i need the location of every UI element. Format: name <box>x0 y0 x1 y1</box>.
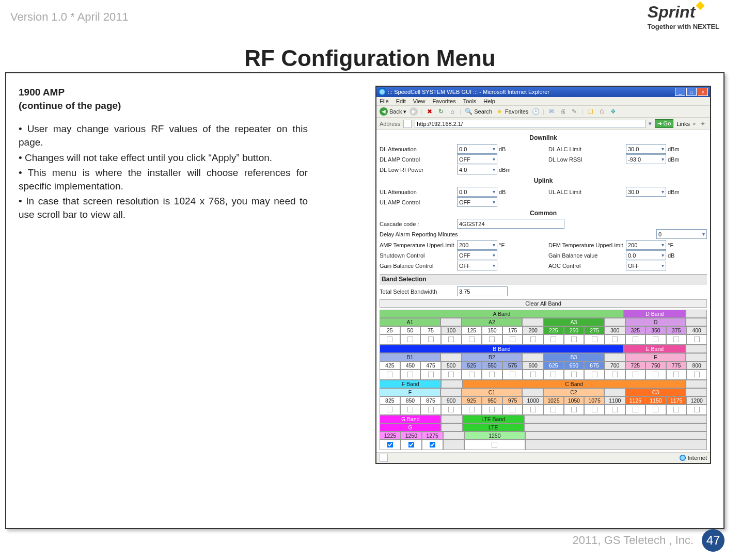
menu-tools[interactable]: Tools <box>463 98 477 104</box>
dl-low-select[interactable]: 4.0 <box>457 165 497 174</box>
band-checkbox[interactable] <box>653 337 659 343</box>
go-button[interactable]: ➜ Go <box>655 119 674 128</box>
search-button[interactable]: 🔍Search <box>464 107 492 116</box>
g-band-header[interactable]: G Band <box>380 415 441 423</box>
band-checkbox[interactable] <box>448 372 454 378</box>
a1-label[interactable]: A1 <box>380 318 440 326</box>
band-checkbox[interactable] <box>571 372 577 378</box>
shut-select[interactable]: OFF <box>457 250 497 260</box>
ck-g-3[interactable] <box>429 442 435 448</box>
forward-button[interactable]: ► <box>410 107 418 116</box>
band-checkbox[interactable] <box>653 407 659 413</box>
ul-att-select[interactable]: 0.0 <box>457 187 497 197</box>
b-band-header[interactable]: B Band <box>380 345 624 353</box>
url-input[interactable] <box>415 120 645 128</box>
a3-label[interactable]: A3 <box>543 318 604 326</box>
ck-g-1[interactable] <box>387 442 393 448</box>
band-checkbox[interactable] <box>591 407 597 413</box>
maximize-button[interactable]: □ <box>686 88 697 96</box>
band-checkbox[interactable] <box>489 407 495 413</box>
d-band-header[interactable]: D Band <box>624 310 686 318</box>
band-checkbox[interactable] <box>571 337 577 343</box>
e-band-header[interactable]: E Band <box>624 345 686 353</box>
dl-rssi-select[interactable]: -93.0 <box>626 154 666 164</box>
band-checkbox[interactable] <box>591 337 597 343</box>
band-checkbox[interactable] <box>387 337 393 343</box>
aoc-select[interactable]: OFF <box>626 261 666 270</box>
a2-label[interactable]: A2 <box>462 318 523 326</box>
band-checkbox[interactable] <box>530 407 536 413</box>
band-checkbox[interactable] <box>632 372 638 378</box>
dl-amp-select[interactable]: OFF <box>457 154 497 164</box>
band-checkbox[interactable] <box>530 337 536 343</box>
delay-select[interactable]: 0 <box>656 229 707 239</box>
lte-label[interactable]: LTE <box>463 423 524 431</box>
band-checkbox[interactable] <box>489 372 495 378</box>
band-checkbox[interactable] <box>612 337 618 343</box>
band-checkbox[interactable] <box>407 407 414 413</box>
band-checkbox[interactable] <box>673 407 680 413</box>
ul-alc-select[interactable]: 30.0 <box>626 187 666 197</box>
dfmT-select[interactable]: 200 <box>626 240 666 250</box>
c1-label[interactable]: C1 <box>462 388 523 396</box>
a-band-header[interactable]: A Band <box>380 310 624 318</box>
b1-label[interactable]: B1 <box>380 353 440 361</box>
menu-edit[interactable]: Edit <box>396 98 406 104</box>
band-checkbox[interactable] <box>387 372 393 378</box>
menu-favorites[interactable]: Favorites <box>432 98 455 104</box>
close-button[interactable]: × <box>698 88 708 96</box>
menu-file[interactable]: File <box>380 98 389 104</box>
band-checkbox[interactable] <box>448 337 454 343</box>
refresh-button[interactable]: ↻ <box>437 107 445 116</box>
band-checkbox[interactable] <box>653 372 659 378</box>
mail-button[interactable]: ✉ <box>547 107 556 116</box>
lte-band-header[interactable]: LTE Band <box>463 415 524 423</box>
band-checkbox[interactable] <box>694 372 700 378</box>
back-button[interactable]: ◄Back ▾ <box>380 107 406 116</box>
band-checkbox[interactable] <box>550 372 557 378</box>
url-dropdown-icon[interactable]: ▾ <box>649 120 652 127</box>
band-checkbox[interactable] <box>428 337 434 343</box>
menu-help[interactable]: Help <box>483 98 495 104</box>
band-checkbox[interactable] <box>612 407 618 413</box>
links-label[interactable]: Links <box>676 121 690 127</box>
c2-label[interactable]: C2 <box>543 388 604 396</box>
band-checkbox[interactable] <box>428 372 434 378</box>
print-button[interactable]: 🖨 <box>559 107 567 116</box>
clear-all-button[interactable]: Clear All Band <box>380 299 707 308</box>
c-band-header[interactable]: C Band <box>463 380 686 388</box>
band-checkbox[interactable] <box>468 372 475 378</box>
band-checkbox[interactable] <box>510 407 516 413</box>
tool-button-2[interactable]: ❖ <box>609 107 617 116</box>
band-checkbox[interactable] <box>510 337 516 343</box>
history-button[interactable]: 🕑 <box>531 107 540 116</box>
tool-button-1[interactable]: ⎙ <box>597 107 606 116</box>
folder-button[interactable]: ❏ <box>586 107 594 116</box>
ck-g-2[interactable] <box>408 442 414 448</box>
b2-label[interactable]: B2 <box>462 353 523 361</box>
band-checkbox[interactable] <box>612 372 618 378</box>
band-checkbox[interactable] <box>407 372 414 378</box>
home-button[interactable]: ⌂ <box>448 107 456 116</box>
band-checkbox[interactable] <box>550 337 557 343</box>
dl-alc-select[interactable]: 30.0 <box>626 144 666 154</box>
ampT-select[interactable]: 200 <box>457 240 497 250</box>
d-label[interactable]: D <box>625 318 686 326</box>
band-checkbox[interactable] <box>510 372 516 378</box>
band-checkbox[interactable] <box>489 337 495 343</box>
band-checkbox[interactable] <box>468 407 475 413</box>
band-checkbox[interactable] <box>530 372 536 378</box>
e-label[interactable]: E <box>625 353 686 361</box>
ul-amp-select[interactable]: OFF <box>457 197 497 207</box>
ck-lte[interactable] <box>492 442 498 448</box>
dl-att-select[interactable]: 0.0 <box>457 144 497 154</box>
menu-view[interactable]: View <box>413 98 426 104</box>
band-checkbox[interactable] <box>571 407 577 413</box>
f-band-header[interactable]: F Band <box>380 380 441 388</box>
band-checkbox[interactable] <box>448 407 454 413</box>
band-checkbox[interactable] <box>673 337 680 343</box>
minimize-button[interactable]: _ <box>675 88 685 96</box>
band-checkbox[interactable] <box>694 337 700 343</box>
g-label[interactable]: G <box>380 423 441 431</box>
band-checkbox[interactable] <box>632 337 638 343</box>
